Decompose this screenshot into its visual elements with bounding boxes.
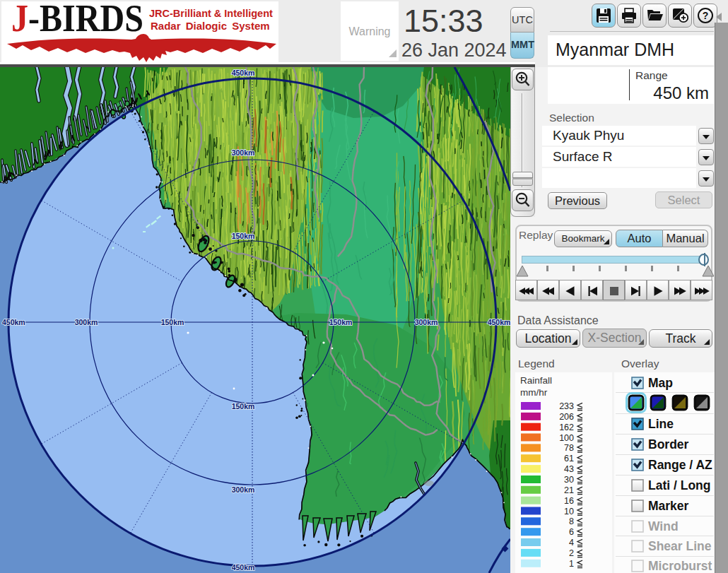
svg-text:100: 100 xyxy=(559,433,574,443)
svg-text:300km: 300km xyxy=(232,485,255,494)
svg-text:300km: 300km xyxy=(232,148,255,157)
svg-text:150km: 150km xyxy=(232,402,255,410)
svg-text:?: ? xyxy=(703,10,709,21)
svg-text:450km: 450km xyxy=(232,69,255,77)
svg-text:150km: 150km xyxy=(232,232,255,240)
svg-text:233: 233 xyxy=(559,401,574,411)
svg-text:43: 43 xyxy=(564,464,574,474)
svg-text:61: 61 xyxy=(564,454,574,463)
svg-text:16: 16 xyxy=(564,496,574,506)
svg-text:78: 78 xyxy=(564,443,574,453)
svg-text:2: 2 xyxy=(569,548,574,558)
svg-text:150km: 150km xyxy=(161,318,184,326)
svg-text:450km: 450km xyxy=(488,318,510,326)
svg-text:206: 206 xyxy=(559,412,574,422)
svg-text:8: 8 xyxy=(569,516,574,526)
svg-text:4: 4 xyxy=(569,538,574,548)
svg-text:300km: 300km xyxy=(415,318,438,326)
svg-text:10: 10 xyxy=(564,507,574,516)
svg-text:150km: 150km xyxy=(329,318,353,326)
svg-text:21: 21 xyxy=(564,485,574,495)
svg-text:1: 1 xyxy=(569,559,574,569)
svg-text:450km: 450km xyxy=(2,318,25,326)
svg-text:6: 6 xyxy=(569,527,574,537)
svg-text:30: 30 xyxy=(564,475,574,485)
svg-text:300km: 300km xyxy=(75,318,98,326)
svg-text:162: 162 xyxy=(559,423,574,432)
svg-text:450km: 450km xyxy=(232,563,255,572)
